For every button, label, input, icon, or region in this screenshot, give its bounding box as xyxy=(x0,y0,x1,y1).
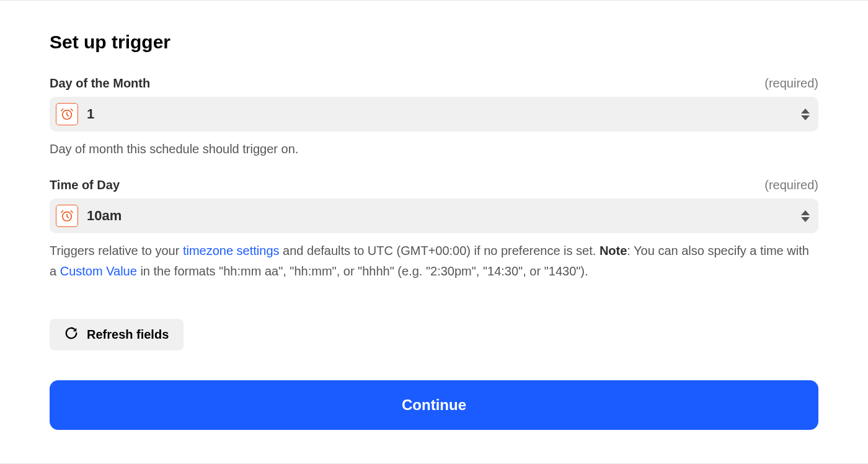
day-of-month-helper: Day of month this schedule should trigge… xyxy=(50,139,818,159)
time-of-day-helper: Triggers relative to your timezone setti… xyxy=(50,241,818,282)
time-of-day-label: Time of Day xyxy=(50,178,120,192)
svg-marker-4 xyxy=(801,210,810,215)
helper-text-suffix: in the formats "hh:mm aa", "hh:mm", or "… xyxy=(137,264,588,278)
label-row: Time of Day (required) xyxy=(50,178,818,192)
sort-arrows-icon xyxy=(801,109,810,120)
svg-marker-1 xyxy=(801,109,810,114)
alarm-clock-icon xyxy=(56,205,78,227)
day-of-month-select[interactable]: 1 xyxy=(50,97,818,132)
day-of-month-label: Day of the Month xyxy=(50,76,150,91)
label-row: Day of the Month (required) xyxy=(50,76,818,91)
timezone-settings-link[interactable]: timezone settings xyxy=(183,244,280,257)
continue-button[interactable]: Continue xyxy=(50,380,818,430)
custom-value-link[interactable]: Custom Value xyxy=(60,264,137,278)
required-tag: (required) xyxy=(764,76,818,91)
alarm-clock-icon xyxy=(56,103,78,125)
required-tag: (required) xyxy=(764,178,818,192)
day-of-month-field-group: Day of the Month (required) 1 Day of mon… xyxy=(50,76,818,159)
time-of-day-select[interactable]: 10am xyxy=(50,199,818,233)
sort-arrows-icon xyxy=(801,210,810,222)
helper-text-prefix: Triggers relative to your xyxy=(50,244,183,257)
note-label: Note xyxy=(600,244,627,257)
svg-marker-2 xyxy=(801,115,810,120)
time-of-day-field-group: Time of Day (required) 10am Triggers rel… xyxy=(50,178,818,282)
time-of-day-value: 10am xyxy=(87,208,801,224)
svg-marker-5 xyxy=(801,217,810,222)
helper-text-mid1: and defaults to UTC (GMT+00:00) if no pr… xyxy=(280,244,600,257)
refresh-button-label: Refresh fields xyxy=(87,328,169,342)
day-of-month-value: 1 xyxy=(87,106,801,122)
page-title: Set up trigger xyxy=(50,32,818,53)
refresh-icon xyxy=(64,326,78,343)
refresh-fields-button[interactable]: Refresh fields xyxy=(50,319,184,350)
